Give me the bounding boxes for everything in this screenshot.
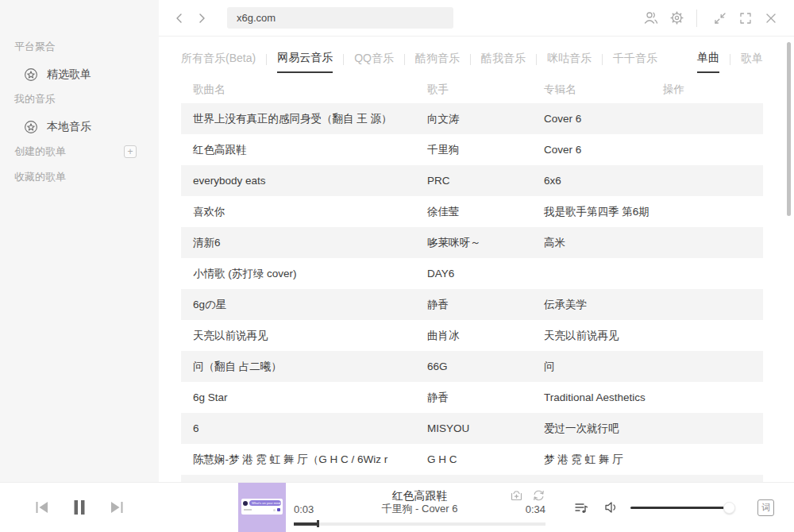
fullscreen-icon[interactable]: [735, 8, 756, 29]
cell-song: everybody eats: [181, 175, 415, 187]
type-tab-1[interactable]: 歌单: [741, 52, 763, 72]
table-row[interactable]: 喜欢你徐佳莹我是歌手第四季 第6期: [181, 196, 763, 227]
sidebar-item-featured-playlists[interactable]: 精选歌单: [24, 65, 159, 84]
table-row[interactable]: 6g Star静香Traditional Aesthetics: [181, 382, 763, 413]
album-art-square: [277, 508, 280, 511]
next-track-button[interactable]: [110, 500, 125, 515]
cell-album: 爱过一次就行吧: [532, 422, 651, 436]
platform-tab-3[interactable]: 酷狗音乐: [415, 52, 460, 72]
cell-singer: DAY6: [415, 268, 532, 279]
album-art-dot: [273, 509, 276, 511]
cell-album: 6x6: [532, 175, 651, 187]
table-row[interactable]: 世界上没有真正的感同身受（翻自 王 源）向文涛Cover 6: [181, 103, 763, 134]
tab-separator: [730, 54, 730, 65]
star-circle-icon: [24, 67, 38, 82]
song-table-header: 歌曲名歌手专辑名操作: [181, 76, 763, 103]
progress-handle[interactable]: [317, 520, 319, 527]
column-header: 专辑名: [532, 83, 651, 97]
cell-singer: 向文涛: [415, 112, 532, 126]
album-art-text: What's on your mind?: [249, 500, 281, 506]
settings-gear-icon[interactable]: [666, 8, 687, 29]
song-table: 歌曲名歌手专辑名操作 世界上没有真正的感同身受（翻自 王 源）向文涛Cover …: [181, 76, 763, 482]
table-row[interactable]: 6gの星静香伝承美学: [181, 289, 763, 320]
platform-tab-5[interactable]: 咪咕音乐: [547, 52, 592, 72]
cell-song: 问（翻自 占二曦）: [181, 360, 415, 374]
platform-tab-1[interactable]: 网易云音乐: [277, 51, 333, 73]
sidebar: 平台聚合 精选歌单 我的音乐 本地音乐: [0, 0, 159, 482]
tab-separator: [266, 54, 267, 65]
cell-song: 喜欢你: [181, 205, 415, 219]
column-header: 歌曲名: [181, 83, 415, 97]
sidebar-item-collected-playlists[interactable]: 收藏的歌单: [14, 170, 159, 184]
column-header: 操作: [651, 83, 763, 97]
cell-album: 天亮以前说再见: [532, 329, 651, 343]
user-sync-icon[interactable]: [641, 8, 661, 29]
cell-singer: G H C: [415, 453, 532, 465]
main-panel: 所有音乐(Beta)网易云音乐QQ音乐酷狗音乐酷我音乐咪咕音乐千千音乐 单曲歌单…: [159, 0, 794, 482]
topbar-divider: [696, 10, 697, 27]
cell-album: 我是歌手第四季 第6期: [532, 205, 651, 219]
table-row[interactable]: 小情歌 (苏打绿 cover)DAY6: [181, 258, 763, 289]
table-row[interactable]: 问（翻自 占二曦）66G问: [181, 351, 763, 382]
volume-track: [630, 507, 734, 509]
progress-bar[interactable]: [294, 520, 545, 527]
album-art-avatar: [243, 501, 248, 506]
platform-tab-6[interactable]: 千千音乐: [613, 52, 657, 72]
loop-mode-icon[interactable]: [532, 489, 545, 502]
tab-separator: [602, 54, 603, 65]
cell-song: 小情歌 (苏打绿 cover): [181, 267, 415, 281]
app-window: 平台聚合 精选歌单 我的音乐 本地音乐: [0, 0, 794, 532]
album-art[interactable]: What's on your mind?: [238, 483, 286, 532]
tab-separator: [470, 54, 471, 65]
cell-song: 红色高跟鞋: [181, 143, 415, 157]
cell-song: 6: [181, 422, 415, 434]
now-playing-artist-album: 千里狗 - Cover 6: [294, 502, 545, 516]
table-row[interactable]: 清新6哆莱咪呀～高米: [181, 227, 763, 258]
cell-album: Cover 6: [532, 113, 651, 125]
sidebar-item-label: 本地音乐: [47, 120, 91, 134]
playlist-queue-icon[interactable]: [573, 500, 589, 515]
cell-singer: 哆莱咪呀～: [415, 236, 532, 250]
cell-album: 梦 港 霓 虹 舞 厅: [532, 453, 651, 467]
platform-tab-0[interactable]: 所有音乐(Beta): [181, 52, 256, 72]
star-circle-icon: [24, 120, 38, 134]
pause-button[interactable]: [71, 499, 88, 516]
table-row-partial[interactable]: [181, 475, 763, 482]
type-tab-0[interactable]: 单曲: [697, 51, 719, 73]
sidebar-item-local-music[interactable]: 本地音乐: [24, 118, 159, 137]
mini-mode-icon[interactable]: [710, 8, 730, 29]
sidebar-item-label: 精选歌单: [47, 67, 91, 82]
volume-handle[interactable]: [723, 502, 735, 514]
platform-tab-2[interactable]: QQ音乐: [354, 52, 394, 72]
volume-slider[interactable]: [630, 502, 734, 514]
search-input[interactable]: [227, 7, 453, 29]
platform-tab-4[interactable]: 酷我音乐: [481, 52, 526, 72]
progress-fill: [294, 522, 318, 526]
cell-album: 高米: [532, 236, 651, 250]
add-playlist-button[interactable]: +: [124, 145, 137, 158]
cell-song: 天亮以前说再见: [181, 329, 415, 343]
previous-track-button[interactable]: [34, 500, 49, 515]
sidebar-item-created-playlists[interactable]: 创建的歌单: [14, 145, 66, 159]
close-icon[interactable]: [761, 8, 781, 29]
cell-album: 问: [532, 360, 651, 374]
cell-singer: 66G: [415, 360, 532, 372]
table-row[interactable]: everybody eatsPRC6x6: [181, 165, 763, 196]
table-row[interactable]: 天亮以前说再见曲肖冰天亮以前说再见: [181, 320, 763, 351]
table-row[interactable]: 陈慧娴-梦 港 霓 虹 舞 厅（G H C / 6Wiz rG H C梦 港 霓…: [181, 444, 763, 475]
player-bar: What's on your mind? 红色高跟鞋: [0, 482, 794, 532]
progress-track: [294, 522, 545, 526]
forward-button[interactable]: [192, 9, 211, 28]
content-area: 平台聚合 精选歌单 我的音乐 本地音乐: [0, 0, 794, 482]
table-row[interactable]: 6MISYOU爱过一次就行吧: [181, 413, 763, 444]
vertical-scrollbar[interactable]: [787, 42, 791, 216]
table-row[interactable]: 红色高跟鞋千里狗Cover 6: [181, 134, 763, 165]
cell-song: 清新6: [181, 236, 415, 250]
cell-singer: MISYOU: [415, 422, 532, 434]
desktop-lyrics-button[interactable]: 词: [757, 499, 774, 516]
add-to-playlist-icon[interactable]: [510, 489, 523, 502]
volume-icon[interactable]: [603, 500, 619, 515]
cell-album: Traditional Aesthetics: [532, 391, 651, 403]
cell-song: 世界上没有真正的感同身受（翻自 王 源）: [181, 112, 415, 126]
back-button[interactable]: [170, 9, 189, 28]
